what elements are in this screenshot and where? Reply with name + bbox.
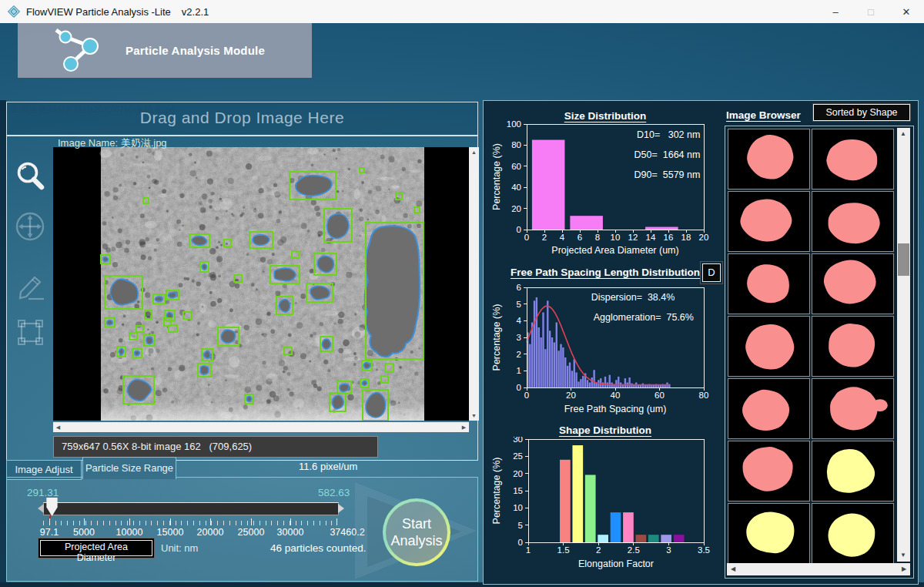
drop-zone[interactable]: D:\量流實測\分析樣品\2020\0710\美奶滋.jpg Drag and … bbox=[6, 102, 478, 136]
svg-text:16: 16 bbox=[664, 233, 674, 242]
svg-text:5: 5 bbox=[518, 521, 523, 530]
svg-text:20: 20 bbox=[699, 233, 709, 242]
slider-scale-label: 15000 bbox=[157, 527, 184, 538]
range-slider-track[interactable] bbox=[43, 502, 339, 515]
svg-text:8: 8 bbox=[595, 233, 600, 242]
scroll-left-icon[interactable]: ◀ bbox=[53, 422, 63, 432]
particle-thumbnail[interactable] bbox=[812, 503, 894, 564]
draw-tool-icon[interactable] bbox=[13, 267, 47, 303]
svg-text:1: 1 bbox=[526, 545, 531, 555]
scroll-right-icon[interactable]: ▶ bbox=[459, 422, 469, 432]
svg-text:20: 20 bbox=[513, 469, 523, 478]
close-button[interactable]: ✕ bbox=[889, 0, 924, 23]
viewer-horizontal-scrollbar[interactable]: ◀ ▶ bbox=[53, 422, 469, 432]
svg-text:80: 80 bbox=[699, 391, 709, 400]
unit-label: Unit: nm bbox=[161, 542, 198, 554]
free-path-distribution-chart: 0204060800123456Free Path Spacing (um)Pe… bbox=[490, 283, 721, 417]
svg-text:25: 25 bbox=[513, 451, 523, 461]
particle-thumbnail[interactable] bbox=[812, 253, 894, 314]
window-version: v2.2.1 bbox=[182, 6, 209, 18]
svg-text:Elongation Factor: Elongation Factor bbox=[578, 558, 654, 569]
svg-text:30: 30 bbox=[513, 437, 523, 444]
metric-selector-button[interactable]: Projected Area Diameter bbox=[40, 540, 152, 556]
svg-text:20: 20 bbox=[566, 391, 576, 400]
particle-thumbnail[interactable] bbox=[728, 253, 810, 314]
particle-thumbnail[interactable] bbox=[728, 503, 810, 564]
slider-scale-label: 25000 bbox=[238, 527, 265, 538]
svg-text:Percentage (%): Percentage (%) bbox=[491, 458, 502, 525]
slider-scale-label: 20000 bbox=[197, 527, 224, 538]
particle-thumbnail[interactable] bbox=[728, 316, 810, 377]
tab-particle-size-range[interactable]: Particle Size Range bbox=[82, 457, 176, 479]
svg-text:1.5: 1.5 bbox=[557, 545, 570, 555]
svg-text:14: 14 bbox=[646, 233, 656, 242]
svg-text:6: 6 bbox=[517, 283, 521, 292]
svg-text:10: 10 bbox=[513, 503, 523, 512]
svg-text:12: 12 bbox=[628, 233, 638, 242]
svg-text:10: 10 bbox=[611, 233, 621, 242]
sort-by-shape-button[interactable]: Sorted by Shape bbox=[813, 104, 910, 121]
viewer-vertical-scrollbar[interactable]: ▲ ▼ bbox=[469, 147, 479, 421]
window-title: FlowVIEW Particle Analysis -Lite bbox=[26, 6, 171, 18]
scroll-up-icon[interactable]: ▲ bbox=[469, 147, 479, 157]
particle-thumbnail[interactable] bbox=[812, 441, 894, 501]
browser-scroll-left-icon[interactable]: ◀ bbox=[727, 563, 739, 575]
scroll-down-icon[interactable]: ▼ bbox=[469, 411, 479, 421]
slider-scale-label: 30000 bbox=[277, 527, 304, 538]
svg-text:100: 100 bbox=[507, 121, 521, 129]
svg-text:5: 5 bbox=[517, 300, 521, 309]
particle-thumbnail[interactable] bbox=[728, 441, 810, 501]
svg-text:D10= 302 nm: D10= 302 nm bbox=[637, 129, 700, 140]
particle-thumbnail[interactable] bbox=[812, 316, 894, 377]
particle-thumbnail[interactable] bbox=[728, 129, 810, 190]
viewer-toolbar bbox=[7, 136, 52, 458]
svg-text:0: 0 bbox=[518, 538, 523, 547]
particle-thumbnail[interactable] bbox=[812, 378, 894, 439]
slider-major-tick bbox=[84, 518, 85, 525]
particle-thumbnail[interactable] bbox=[728, 191, 810, 252]
particle-count-label: 46 particles counted. bbox=[270, 542, 367, 554]
zoom-tool-icon[interactable] bbox=[13, 159, 47, 195]
svg-text:15: 15 bbox=[513, 486, 523, 495]
svg-text:Percentage (%): Percentage (%) bbox=[491, 304, 502, 371]
browser-vertical-scrollbar[interactable]: ▲ ▼ bbox=[897, 128, 910, 562]
minimize-button[interactable]: – bbox=[818, 0, 853, 23]
browser-scroll-up-icon[interactable]: ▲ bbox=[897, 128, 909, 140]
svg-text:80: 80 bbox=[511, 140, 521, 149]
svg-text:Agglomeration= 75.6%: Agglomeration= 75.6% bbox=[594, 312, 694, 323]
free-path-distribution-title: Free Path Spacing Length Distribution bbox=[497, 267, 713, 278]
app-icon bbox=[8, 5, 20, 18]
left-edge-strip bbox=[0, 100, 6, 587]
maximize-button[interactable]: □ bbox=[853, 0, 889, 23]
slider-left-arrow-icon[interactable] bbox=[38, 504, 44, 513]
app-window: FlowVIEW Particle Analysis -Lite v2.2.1 … bbox=[0, 0, 924, 587]
browser-vscroll-thumb[interactable] bbox=[898, 243, 909, 276]
slider-major-tick bbox=[251, 518, 252, 525]
slider-major-tick bbox=[170, 518, 171, 525]
svg-text:0: 0 bbox=[524, 391, 529, 400]
slider-right-arrow-icon[interactable] bbox=[338, 504, 344, 513]
browser-scroll-right-icon[interactable]: ▶ bbox=[898, 563, 910, 575]
svg-text:40: 40 bbox=[611, 391, 621, 400]
svg-text:2: 2 bbox=[542, 233, 547, 242]
particle-thumbnail[interactable] bbox=[812, 191, 894, 252]
svg-text:Projected Area Diameter (um): Projected Area Diameter (um) bbox=[551, 245, 678, 256]
browser-horizontal-scrollbar[interactable]: ◀ ▶ bbox=[727, 563, 910, 575]
particle-thumbnail[interactable] bbox=[812, 129, 894, 190]
svg-text:3: 3 bbox=[666, 545, 671, 555]
browser-scroll-down-icon[interactable]: ▼ bbox=[897, 549, 909, 562]
image-browser-box: ▲ ▼ ◀ ▶ bbox=[725, 126, 914, 579]
pan-tool-icon[interactable] bbox=[13, 209, 47, 244]
svg-text:D50= 1664 nm: D50= 1664 nm bbox=[634, 149, 701, 160]
slider-scale-label: 97.1 bbox=[40, 527, 59, 538]
rect-select-tool-icon[interactable] bbox=[13, 315, 47, 351]
image-viewer-panel: Image Name: 美奶滋.jpg ▲ ▼ ◀ ▶ 759x647 0.56… bbox=[6, 136, 478, 461]
d-mode-button[interactable]: D bbox=[702, 263, 721, 282]
svg-text:3.5: 3.5 bbox=[698, 545, 710, 555]
start-analysis-button[interactable]: Start Analysis bbox=[383, 498, 450, 566]
microscopy-image-canvas[interactable] bbox=[53, 147, 469, 421]
particle-thumbnail[interactable] bbox=[728, 378, 810, 439]
module-title: Particle Analysis Module bbox=[126, 44, 265, 57]
slider-major-tick bbox=[49, 518, 50, 525]
svg-text:Percentage (%): Percentage (%) bbox=[491, 143, 502, 210]
